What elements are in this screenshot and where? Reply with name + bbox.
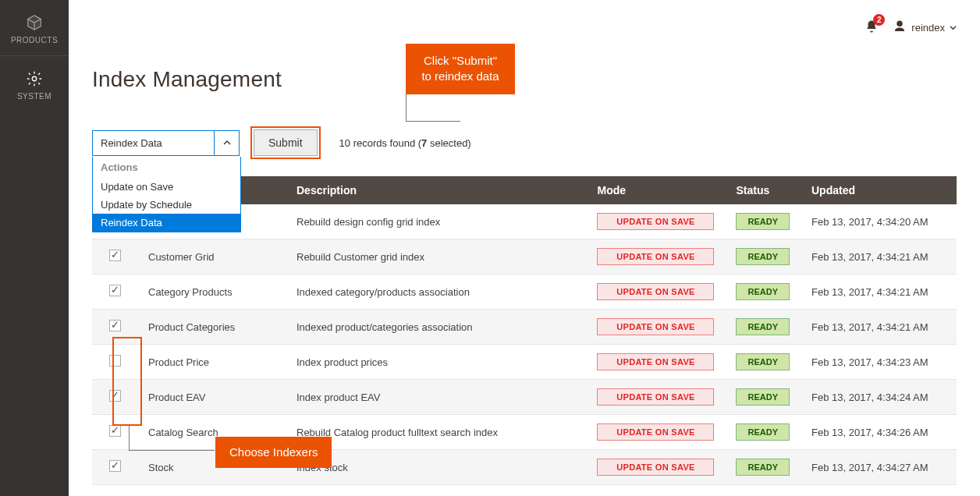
mass-action-toggle[interactable]	[214, 131, 239, 155]
mode-badge: UPDATE ON SAVE	[597, 423, 714, 441]
mode-badge: UPDATE ON SAVE	[597, 388, 714, 406]
column-header-description: Description	[286, 176, 586, 204]
mode-badge: UPDATE ON SAVE	[597, 353, 714, 370]
cell-description: Rebuild Customer grid index	[286, 239, 586, 275]
notification-count-badge: 2	[873, 14, 885, 26]
username-label: reindex	[911, 22, 945, 34]
dropdown-item-update-by-schedule[interactable]: Update by Schedule	[93, 196, 240, 214]
cell-description: Index product EAV	[286, 380, 586, 415]
status-badge: READY	[736, 213, 790, 230]
row-checkbox[interactable]	[109, 390, 121, 402]
records-found-prefix: 10 records found (	[339, 137, 422, 149]
sidebar-item-system[interactable]: SYSTEM	[0, 55, 69, 112]
cell-indexer: Product Categories	[137, 310, 286, 345]
cell-mode: UPDATE ON SAVE	[586, 345, 725, 380]
mode-badge: UPDATE ON SAVE	[597, 283, 714, 300]
records-found-label: 10 records found (7 selected)	[339, 137, 471, 149]
chevron-down-icon	[950, 22, 957, 34]
cell-mode: UPDATE ON SAVE	[586, 239, 725, 275]
cell-status: READY	[725, 380, 801, 415]
status-badge: READY	[736, 318, 790, 335]
cell-indexer: Product EAV	[137, 380, 286, 415]
cell-updated: Feb 13, 2017, 4:34:26 AM	[801, 415, 957, 450]
column-header-mode: Mode	[586, 176, 725, 204]
row-checkbox[interactable]	[109, 320, 121, 331]
status-badge: READY	[736, 459, 790, 476]
callout-submit: Click "Submit" to reindex data	[406, 44, 515, 94]
column-header-status: Status	[725, 176, 801, 204]
row-checkbox[interactable]	[109, 460, 121, 472]
grid-toolbar: Reindex Data Actions Update on Save Upda…	[92, 126, 957, 159]
mode-badge: UPDATE ON SAVE	[597, 248, 714, 265]
mode-badge: UPDATE ON SAVE	[597, 213, 714, 230]
cell-description: Indexed product/categories association	[286, 310, 586, 345]
mode-badge: UPDATE ON SAVE	[597, 318, 714, 335]
cell-indexer: Product Price	[137, 345, 286, 380]
svg-point-0	[32, 76, 37, 81]
callout-text: to reindex data	[420, 69, 501, 84]
cell-mode: UPDATE ON SAVE	[586, 415, 725, 450]
mode-badge: UPDATE ON SAVE	[597, 459, 714, 476]
chevron-up-icon	[223, 137, 231, 149]
cell-updated: Feb 13, 2017, 4:34:27 AM	[801, 450, 957, 485]
bell-icon	[865, 25, 879, 37]
cell-status: READY	[725, 275, 801, 310]
gear-icon	[0, 70, 69, 87]
cell-mode: UPDATE ON SAVE	[586, 204, 725, 239]
callout-choose-indexers: Choose Indexers	[215, 437, 332, 468]
dropdown-item-reindex-data[interactable]: Reindex Data	[93, 214, 240, 232]
sidebar-item-products[interactable]: PRODUCTS	[0, 0, 69, 55]
table-row: Product CategoriesIndexed product/catego…	[92, 310, 957, 345]
cell-status: READY	[725, 345, 801, 380]
cell-updated: Feb 13, 2017, 4:34:20 AM	[801, 204, 957, 239]
cell-mode: UPDATE ON SAVE	[586, 275, 725, 310]
row-checkbox[interactable]	[109, 250, 121, 261]
notifications-button[interactable]: 2	[865, 19, 879, 37]
cell-status: READY	[725, 450, 801, 485]
cell-status: READY	[725, 310, 801, 345]
user-icon	[893, 19, 907, 36]
column-header-updated: Updated	[801, 176, 957, 204]
cell-updated: Feb 13, 2017, 4:34:24 AM	[801, 380, 957, 415]
cell-description: Rebuild design config grid index	[286, 204, 586, 239]
status-badge: READY	[736, 353, 790, 370]
header-bar: 2 reindex	[92, 0, 957, 55]
table-row: Product EAVIndex product EAVUPDATE ON SA…	[92, 380, 957, 415]
table-row: Product PriceIndex product pricesUPDATE …	[92, 345, 957, 380]
status-badge: READY	[736, 283, 790, 300]
dropdown-header: Actions	[93, 157, 240, 178]
cell-status: READY	[725, 415, 801, 450]
status-badge: READY	[736, 388, 790, 406]
submit-button[interactable]: Submit	[254, 129, 318, 156]
admin-sidebar: PRODUCTS SYSTEM	[0, 0, 69, 496]
cell-description: Indexed category/products association	[286, 275, 586, 310]
cell-updated: Feb 13, 2017, 4:34:21 AM	[801, 239, 957, 275]
row-checkbox[interactable]	[109, 285, 121, 296]
row-checkbox[interactable]	[109, 355, 121, 367]
table-row: Customer GridRebuild Customer grid index…	[92, 239, 957, 275]
cell-updated: Feb 13, 2017, 4:34:21 AM	[801, 310, 957, 345]
dropdown-item-update-on-save[interactable]: Update on Save	[93, 178, 240, 196]
row-checkbox[interactable]	[109, 425, 121, 437]
cell-updated: Feb 13, 2017, 4:34:23 AM	[801, 345, 957, 380]
cell-mode: UPDATE ON SAVE	[586, 380, 725, 415]
sidebar-item-label: PRODUCTS	[0, 36, 69, 44]
mass-action-dropdown: Actions Update on Save Update by Schedul…	[92, 157, 241, 232]
mass-action-select[interactable]: Reindex Data Actions Update on Save Upda…	[92, 130, 240, 156]
cell-mode: UPDATE ON SAVE	[586, 450, 725, 485]
account-menu[interactable]: reindex	[893, 19, 957, 36]
status-badge: READY	[736, 248, 790, 265]
main-content: 2 reindex Index Management Reindex Data …	[69, 0, 980, 496]
records-found-suffix: selected)	[427, 137, 470, 149]
cell-description: Index product prices	[286, 345, 586, 380]
table-row: Category ProductsIndexed category/produc…	[92, 275, 957, 310]
cell-status: READY	[725, 239, 801, 275]
sidebar-item-label: SYSTEM	[0, 92, 69, 101]
cell-updated: Feb 13, 2017, 4:34:21 AM	[801, 275, 957, 310]
cell-indexer: Customer Grid	[137, 239, 286, 275]
cell-indexer: Category Products	[137, 275, 286, 310]
cell-mode: UPDATE ON SAVE	[586, 310, 725, 345]
submit-highlight: Submit	[250, 126, 321, 159]
cell-status: READY	[725, 204, 801, 239]
callout-text: Click "Submit"	[420, 53, 501, 69]
